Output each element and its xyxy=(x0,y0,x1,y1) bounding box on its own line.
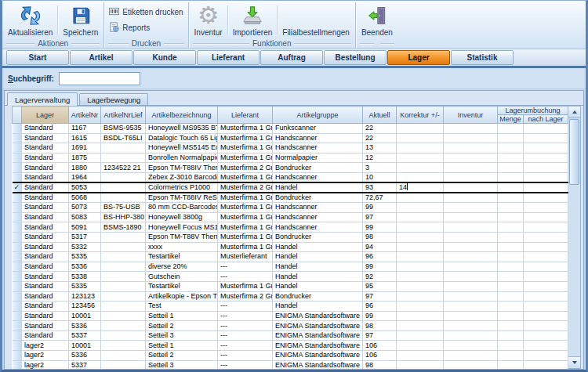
cell-menge[interactable] xyxy=(498,330,524,341)
cell-artikelnr[interactable]: 5336 xyxy=(69,321,101,331)
tab-auftrag[interactable]: Auftrag xyxy=(260,50,323,65)
row-indicator[interactable] xyxy=(13,124,22,134)
row-indicator[interactable] xyxy=(13,212,22,222)
cell-aktuell[interactable]: 98 xyxy=(363,232,397,242)
cell-artikelbezeichnung[interactable]: Setteil 3 xyxy=(146,360,218,369)
row-indicator[interactable] xyxy=(13,291,22,302)
cell-inventur[interactable] xyxy=(444,133,498,143)
cell-aktuell[interactable]: 99 xyxy=(363,222,397,233)
cell-korrektur[interactable] xyxy=(397,262,444,272)
column-header-artikelnrlief[interactable]: ArtikelNrLief xyxy=(101,107,146,124)
cell-lager[interactable]: Standard xyxy=(22,222,69,233)
column-header-artikelbezeichnung[interactable]: Artikelbezeichnung xyxy=(146,107,218,124)
row-indicator[interactable] xyxy=(13,311,22,321)
cell-artikelnrlief[interactable] xyxy=(101,262,146,272)
cell-korrektur[interactable] xyxy=(397,252,444,262)
cell-nach-lager[interactable] xyxy=(524,212,568,222)
cell-artikelnr[interactable]: 123456 xyxy=(69,302,101,312)
column-header-menge[interactable]: Menge xyxy=(498,115,524,124)
cell-aktuell[interactable]: 94 xyxy=(363,242,397,252)
cell-korrektur[interactable] xyxy=(397,232,444,242)
cell-korrektur[interactable] xyxy=(397,351,444,361)
cell-artikelbezeichnung[interactable]: Setteil 1 xyxy=(146,311,218,321)
cell-lager[interactable]: Standard xyxy=(22,133,69,143)
column-header-lager[interactable]: Lager xyxy=(22,107,69,124)
table-row[interactable]: lager210001Setteil 1---ENIGMA Standardso… xyxy=(13,341,568,351)
cell-artikelbezeichnung[interactable]: Honeywell Focus MS1890 2D xyxy=(146,222,218,233)
cell-aktuell[interactable]: 97 xyxy=(363,212,397,222)
reports-button[interactable]: Reports xyxy=(106,22,186,34)
cell-nach-lager[interactable] xyxy=(524,252,568,262)
cell-inventur[interactable] xyxy=(444,291,498,302)
cell-artikelbezeichnung[interactable]: Testartikel xyxy=(146,281,218,291)
cell-lager[interactable]: Standard xyxy=(22,163,69,173)
row-indicator[interactable] xyxy=(13,262,22,272)
cell-lieferant[interactable]: Musterfirma 1 GmbH xyxy=(218,193,273,203)
cell-nach-lager[interactable] xyxy=(524,182,568,193)
cell-menge[interactable] xyxy=(498,341,524,351)
cell-inventur[interactable] xyxy=(444,242,498,252)
cell-artikelgruppe[interactable]: Handel xyxy=(273,281,363,291)
cell-lager[interactable]: lager2 xyxy=(22,341,69,351)
column-header-lagerumbuchung[interactable]: Lagerumbuchung xyxy=(498,107,568,115)
cell-aktuell[interactable]: 22 xyxy=(363,124,397,134)
table-row[interactable]: Standard5335TestartikelMusterlieferantHa… xyxy=(13,252,568,262)
cell-artikelgruppe[interactable]: Handel xyxy=(273,302,363,312)
cell-nach-lager[interactable] xyxy=(524,163,568,173)
cell-artikelnr[interactable]: 5091 xyxy=(69,222,101,233)
cell-aktuell[interactable]: 93 xyxy=(363,182,397,193)
row-indicator[interactable] xyxy=(13,252,22,262)
subtab-lagerbewegung[interactable]: Lagerbewegung xyxy=(79,93,148,105)
cell-artikelnrlief[interactable] xyxy=(101,153,146,163)
cell-menge[interactable] xyxy=(498,153,524,163)
cell-lieferant[interactable]: Musterfirma 2 GmbH xyxy=(218,182,273,193)
table-row[interactable]: ✓Standard5053Colormetrics P1000Musterfir… xyxy=(13,182,568,193)
column-header-lieferant[interactable]: Lieferant xyxy=(218,107,273,124)
cell-lager[interactable]: Standard xyxy=(22,193,69,203)
cell-nach-lager[interactable] xyxy=(524,330,568,341)
cell-menge[interactable] xyxy=(498,351,524,361)
cell-artikelgruppe[interactable]: Bondrucker xyxy=(273,232,363,242)
cell-artikelnrlief[interactable] xyxy=(101,330,146,341)
cell-artikelnrlief[interactable] xyxy=(101,272,146,282)
tab-lieferant[interactable]: Lieferant xyxy=(197,50,260,65)
cell-aktuell[interactable]: 99 xyxy=(363,203,397,213)
row-indicator[interactable] xyxy=(13,360,22,369)
cell-artikelnr[interactable]: 5335 xyxy=(69,281,101,291)
cell-inventur[interactable] xyxy=(444,163,498,173)
row-indicator[interactable] xyxy=(13,330,22,341)
row-indicator[interactable] xyxy=(13,133,22,143)
table-row[interactable]: Standard1615BSDL-T65LIDatalogic Touch 65… xyxy=(13,133,568,143)
cell-menge[interactable] xyxy=(498,133,524,143)
row-indicator[interactable] xyxy=(13,272,22,282)
table-row[interactable]: Standard5337Setteil 3---ENIGMA Standards… xyxy=(13,330,568,341)
cell-artikelgruppe[interactable]: ENIGMA Standardsoftware xyxy=(273,330,363,341)
cell-artikelgruppe[interactable]: ENIGMA Standardsoftware xyxy=(273,351,363,361)
cell-lager[interactable]: Standard xyxy=(22,302,69,312)
row-indicator[interactable] xyxy=(13,341,22,351)
cell-artikelnr[interactable]: 123123 xyxy=(69,291,101,302)
cell-artikelgruppe[interactable]: Handel xyxy=(273,262,363,272)
cell-artikelnr[interactable]: 10001 xyxy=(69,341,101,351)
cell-korrektur[interactable]: 14 xyxy=(397,182,444,193)
cell-lieferant[interactable]: --- xyxy=(218,360,273,369)
cell-lieferant[interactable]: Musterfirma 1 GmbH xyxy=(218,212,273,222)
cell-korrektur[interactable] xyxy=(397,281,444,291)
cell-lieferant[interactable]: Musterlieferant xyxy=(218,252,273,262)
cell-artikelbezeichnung[interactable]: Epson TM-T88V Thermodrucker cool v xyxy=(146,232,218,242)
filialbestellmengen-button[interactable]: Filialbestellmengen xyxy=(278,2,354,38)
inventur-button[interactable]: ⚙ Inventur xyxy=(191,2,227,38)
cell-nach-lager[interactable] xyxy=(524,153,568,163)
cell-lieferant[interactable]: --- xyxy=(218,311,273,321)
column-header-aktuell[interactable]: Aktuell xyxy=(363,107,397,124)
cell-lager[interactable]: lager2 xyxy=(22,360,69,369)
cell-lager[interactable]: Standard xyxy=(22,281,69,291)
cell-artikelnrlief[interactable] xyxy=(101,291,146,302)
cell-inventur[interactable] xyxy=(444,212,498,222)
cell-lieferant[interactable]: Musterfirma 1 GmbH xyxy=(218,222,273,233)
cell-korrektur[interactable] xyxy=(397,193,444,203)
cell-artikelgruppe[interactable]: Bondrucker xyxy=(273,193,363,203)
cell-menge[interactable] xyxy=(498,281,524,291)
cell-aktuell[interactable]: 99 xyxy=(363,262,397,272)
cell-nach-lager[interactable] xyxy=(524,242,568,252)
